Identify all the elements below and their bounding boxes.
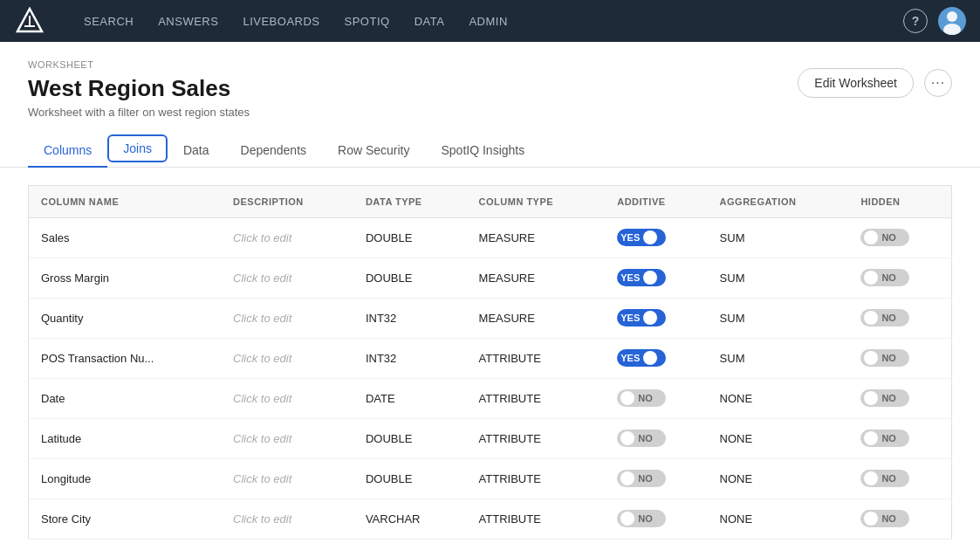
toggle-label: NO xyxy=(881,272,896,283)
tab-row-security[interactable]: Row Security xyxy=(322,134,425,168)
cell-column-name: POS Transaction Nu... xyxy=(29,338,222,378)
toggle-circle xyxy=(864,311,878,325)
cell-additive[interactable]: NO xyxy=(605,458,707,498)
toggle-label: NO xyxy=(881,313,896,323)
toggle-circle xyxy=(864,351,878,365)
nav-liveboards[interactable]: LIVEBOARDS xyxy=(232,10,330,33)
app-logo[interactable] xyxy=(14,5,45,37)
cell-hidden[interactable]: NO xyxy=(848,498,951,539)
toggle-circle xyxy=(643,351,657,365)
cell-description[interactable]: Click to edit xyxy=(221,338,353,378)
cell-hidden[interactable]: NO xyxy=(848,217,951,258)
cell-description[interactable]: Click to edit xyxy=(221,258,353,298)
cell-data-type: DOUBLE xyxy=(353,217,467,258)
toggle-hidden[interactable]: NO xyxy=(860,510,909,527)
table-row: LongitudeClick to editDOUBLEATTRIBUTENON… xyxy=(29,458,952,498)
cell-aggregation: NONE xyxy=(708,458,849,498)
cell-description[interactable]: Click to edit xyxy=(221,458,353,498)
toggle-additive[interactable]: NO xyxy=(617,510,666,527)
tab-columns[interactable]: Columns xyxy=(28,134,107,168)
nav-admin[interactable]: ADMIN xyxy=(458,10,517,33)
cell-additive[interactable]: NO xyxy=(605,498,707,539)
nav-search[interactable]: SEARCH xyxy=(73,10,144,33)
cell-data-type: DOUBLE xyxy=(353,458,467,498)
svg-point-3 xyxy=(947,11,957,22)
cell-column-type: ATTRIBUTE xyxy=(467,498,606,539)
toggle-additive[interactable]: YES xyxy=(617,229,666,246)
cell-additive[interactable]: YES xyxy=(605,338,707,378)
cell-column-name: Sales xyxy=(29,217,222,258)
toggle-label: NO xyxy=(638,513,653,524)
cell-additive[interactable]: YES xyxy=(605,298,707,338)
cell-column-name: Gross Margin xyxy=(29,258,222,298)
nav-answers[interactable]: ANSWERS xyxy=(147,10,229,33)
toggle-label: YES xyxy=(620,353,640,363)
cell-description[interactable]: Click to edit xyxy=(221,418,353,458)
toggle-additive[interactable]: NO xyxy=(617,430,666,447)
cell-hidden[interactable]: NO xyxy=(848,338,951,378)
cell-data-type: INT32 xyxy=(353,338,467,378)
cell-data-type: DATE xyxy=(353,378,467,418)
page-header: WORKSHEET West Region Sales Worksheet wi… xyxy=(0,42,980,119)
toggle-hidden[interactable]: NO xyxy=(860,349,909,367)
toggle-additive[interactable]: NO xyxy=(617,389,666,407)
toggle-label: NO xyxy=(881,513,896,524)
cell-column-type: ATTRIBUTE xyxy=(467,418,606,458)
cell-additive[interactable]: YES xyxy=(605,258,707,298)
cell-description[interactable]: Click to edit xyxy=(221,378,353,418)
more-options-button[interactable]: ··· xyxy=(924,69,952,97)
cell-aggregation: SUM xyxy=(708,298,849,338)
nav-data[interactable]: DATA xyxy=(404,10,456,33)
toggle-hidden[interactable]: NO xyxy=(860,269,909,286)
cell-column-name: Date xyxy=(29,378,222,418)
cell-description[interactable]: Click to edit xyxy=(221,217,353,258)
tab-dependents[interactable]: Dependents xyxy=(225,134,323,168)
cell-description[interactable]: Click to edit xyxy=(221,498,353,539)
cell-hidden[interactable]: NO xyxy=(848,378,951,418)
page-header-left: WORKSHEET West Region Sales Worksheet wi… xyxy=(28,59,250,119)
table-row: SalesClick to editDOUBLEMEASUREYESSUMNO xyxy=(29,217,952,258)
toggle-hidden[interactable]: NO xyxy=(860,470,909,487)
cell-column-type: ATTRIBUTE xyxy=(467,458,606,498)
toggle-hidden[interactable]: NO xyxy=(860,229,909,246)
col-header-data-type: DATA TYPE xyxy=(353,185,467,217)
nav-spotiq[interactable]: SPOTIQ xyxy=(334,10,401,33)
breadcrumb: WORKSHEET xyxy=(28,59,250,70)
cell-aggregation: SUM xyxy=(708,258,849,298)
cell-additive[interactable]: NO xyxy=(605,418,707,458)
user-avatar[interactable] xyxy=(938,7,966,35)
cell-aggregation: NONE xyxy=(708,418,849,458)
toggle-label: NO xyxy=(881,232,896,243)
toggle-label: NO xyxy=(881,433,896,443)
toggle-additive[interactable]: NO xyxy=(617,470,666,487)
toggle-additive[interactable]: YES xyxy=(617,309,666,326)
cell-aggregation: SUM xyxy=(708,217,849,258)
tab-joins[interactable]: Joins xyxy=(107,134,168,162)
toggle-label: NO xyxy=(881,473,896,484)
toggle-additive[interactable]: YES xyxy=(617,349,666,367)
cell-column-type: ATTRIBUTE xyxy=(467,338,606,378)
cell-additive[interactable]: NO xyxy=(605,378,707,418)
tab-data[interactable]: Data xyxy=(168,134,225,168)
cell-additive[interactable]: YES xyxy=(605,217,707,258)
page-title: West Region Sales xyxy=(28,75,250,102)
cell-hidden[interactable]: NO xyxy=(848,418,951,458)
cell-column-name: Store City xyxy=(29,498,222,539)
cell-hidden[interactable]: NO xyxy=(848,258,951,298)
cell-hidden[interactable]: NO xyxy=(848,298,951,338)
cell-hidden[interactable]: NO xyxy=(848,458,951,498)
toggle-additive[interactable]: YES xyxy=(617,269,666,286)
cell-aggregation: SUM xyxy=(708,338,849,378)
toggle-hidden[interactable]: NO xyxy=(860,309,909,326)
toggle-hidden[interactable]: NO xyxy=(860,430,909,447)
cell-description[interactable]: Click to edit xyxy=(221,298,353,338)
toggle-hidden[interactable]: NO xyxy=(860,389,909,407)
toggle-label: NO xyxy=(881,393,896,403)
toggle-label: YES xyxy=(620,232,640,243)
edit-worksheet-button[interactable]: Edit Worksheet xyxy=(798,68,914,98)
col-header-hidden: HIDDEN xyxy=(848,185,951,217)
top-navigation: SEARCH ANSWERS LIVEBOARDS SPOTIQ DATA AD… xyxy=(0,0,980,42)
help-button[interactable]: ? xyxy=(903,9,928,33)
tab-spotiq-insights[interactable]: SpotIQ Insights xyxy=(426,134,541,168)
toggle-circle xyxy=(620,512,634,526)
